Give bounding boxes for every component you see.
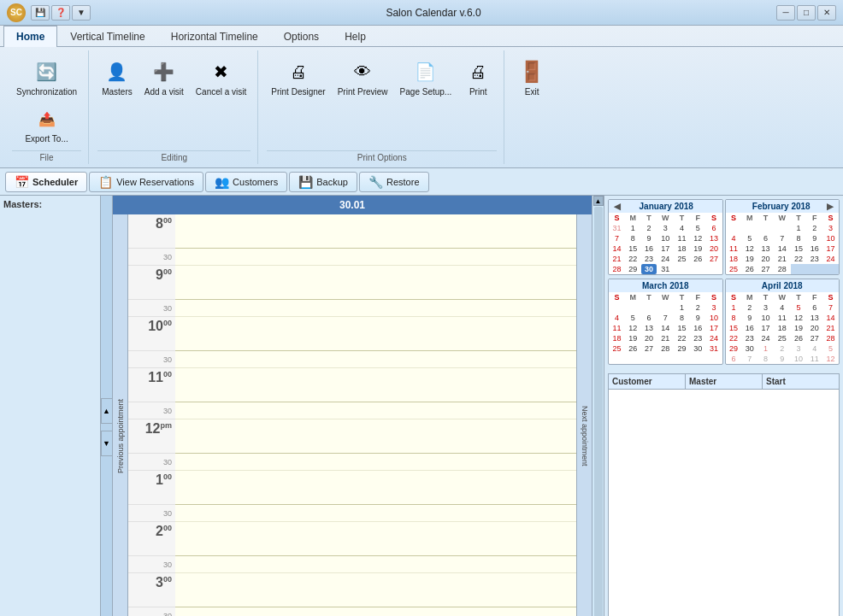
ribbon-group-editing: 👤 Masters ➕ Add a visit ✖ Cancel a visit… [91,50,258,164]
cancel-visit-label: Cancel a visit [196,87,246,97]
window-title: Salon Calendar v.6.0 [91,7,776,19]
print-label: Print [469,87,487,97]
quick-access-save[interactable]: 💾 [31,5,50,21]
table-header: Customer Master Start [609,374,839,390]
add-visit-button[interactable]: ➕ Add a visit [140,56,188,100]
calendar-april: April 2018 S M T W T F S [725,279,840,365]
jan-week-3: 14 15 16 17 18 19 20 [609,243,722,254]
vertical-scrollbar[interactable]: ▲ ▼ [592,196,604,616]
jan-week-5: 28 29 30 31 [609,264,722,274]
time-half-12: 30 [128,454,175,471]
cancel-icon: ✖ [208,58,235,85]
time-half-10: 30 [128,351,175,368]
view-tab-bar: 📅 Scheduler 📋 View Reservations 👥 Custom… [0,168,843,196]
ribbon-group-file: 🔄 Synchronization 📤 Export To... File [5,50,89,164]
page-setup-label: Page Setup... [400,87,452,97]
appt-row-11h30 [175,402,576,419]
appt-row-12h30 [175,454,576,471]
appointment-grid[interactable] [175,214,576,616]
masters-button[interactable]: 👤 Masters [97,56,137,100]
print-group-label: Print Options [267,150,497,162]
time-slot-3: 300 [128,573,175,607]
quick-access-help[interactable]: ❓ [51,5,70,21]
feb-week-2: 4 5 6 7 8 9 10 [726,233,840,243]
print-preview-button[interactable]: 👁 Print Preview [333,56,392,100]
restore-icon: 🔧 [368,175,383,189]
editing-group-label: Editing [97,150,251,162]
print-button[interactable]: 🖨 Print [459,56,497,100]
minimize-button[interactable]: ─ [776,5,795,21]
ribbon-content: 🔄 Synchronization 📤 Export To... File 👤 … [0,47,843,167]
prev-appointment-button[interactable]: Previous appointment [116,399,125,473]
customers-tab-label: Customers [233,177,278,187]
mar-table: S M T W T F S 1 [609,292,722,354]
apr-header: April 2018 [726,279,840,292]
restore-tab-label: Restore [386,177,420,187]
tab-customers[interactable]: 👥 Customers [205,172,287,192]
tab-options[interactable]: Options [271,26,332,47]
right-panel: ◀ January 2018 S M T W T F S [604,196,843,616]
time-slot-2: 200 [128,522,175,556]
scroll-top-arrow[interactable]: ▲ [593,196,604,206]
export-button[interactable]: 📤 Export To... [12,103,81,147]
sync-icon: 🔄 [33,58,61,85]
tab-help[interactable]: Help [332,26,379,47]
tab-vertical-timeline[interactable]: Vertical Timeline [57,26,157,47]
page-setup-icon: 📄 [412,58,439,85]
tab-horizontal-timeline[interactable]: Horizontal Timeline [158,26,271,47]
print-preview-label: Print Preview [338,87,388,97]
tab-scheduler[interactable]: 📅 Scheduler [5,172,87,192]
exit-button[interactable]: 🚪 Exit [513,56,551,100]
maximize-button[interactable]: □ [797,5,816,21]
sync-button[interactable]: 🔄 Synchronization [12,56,81,100]
time-half-11: 30 [128,402,175,419]
editing-group-items: 👤 Masters ➕ Add a visit ✖ Cancel a visit [97,52,251,147]
backup-tab-label: Backup [316,177,348,187]
page-setup-button[interactable]: 📄 Page Setup... [396,56,457,100]
jan-prev-nav[interactable]: ◀ [612,202,622,211]
exit-label: Exit [525,87,539,97]
scroll-up-button[interactable]: ▲ [101,398,113,424]
add-icon: ➕ [150,58,178,85]
export-icon: 📤 [33,105,61,132]
tab-view-reservations[interactable]: 📋 View Reservations [89,172,203,192]
next-appointment-button[interactable]: Next appointment [581,406,589,466]
tab-backup[interactable]: 💾 Backup [289,172,357,192]
feb-week-4: 18 19 20 21 22 23 24 [726,254,840,264]
scheduler-date-header: 30.01 [113,196,592,214]
feb-title: February 2018 [752,202,811,211]
add-visit-label: Add a visit [144,87,184,97]
print-preview-icon: 👁 [349,58,376,85]
scroll-thumb[interactable] [594,207,603,616]
reservations-icon: 📋 [98,175,113,189]
appt-row-1h [175,471,576,505]
sync-label: Synchronization [16,87,77,97]
calendar-february: February 2018 ▶ S M T W T F S [725,199,840,275]
file-group-label: File [12,150,81,162]
feb-next-nav[interactable]: ▶ [825,202,835,211]
cancel-visit-button[interactable]: ✖ Cancel a visit [192,56,251,100]
appt-row-8h [175,214,576,249]
quick-access-dropdown[interactable]: ▼ [72,5,91,21]
tab-restore[interactable]: 🔧 Restore [359,172,429,192]
print-designer-button[interactable]: 🖨 Print Designer [267,56,329,100]
time-slot-11: 1100 [128,368,175,402]
masters-panel-label: Masters: [3,199,97,209]
col-start: Start [763,374,839,389]
mar-header: March 2018 [609,279,722,292]
jan-title: January 2018 [640,202,693,211]
backup-icon: 💾 [298,175,313,189]
tab-home[interactable]: Home [3,26,57,47]
calendars-section: ◀ January 2018 S M T W T F S [604,196,843,372]
reservations-tab-label: View Reservations [116,177,194,187]
ribbon: Home Vertical Timeline Horizontal Timeli… [0,26,843,168]
time-half-8: 30 [128,249,175,266]
table-empty [609,390,839,396]
ribbon-group-print: 🖨 Print Designer 👁 Print Preview 📄 Page … [260,50,504,164]
time-slot-12: 12pm [128,419,175,454]
customers-icon: 👥 [215,175,229,189]
calendar-march: March 2018 S M T W T F S [608,279,723,365]
close-button[interactable]: ✕ [817,5,836,21]
appt-row-3h30 [175,607,576,616]
scroll-down-button[interactable]: ▼ [101,431,113,456]
